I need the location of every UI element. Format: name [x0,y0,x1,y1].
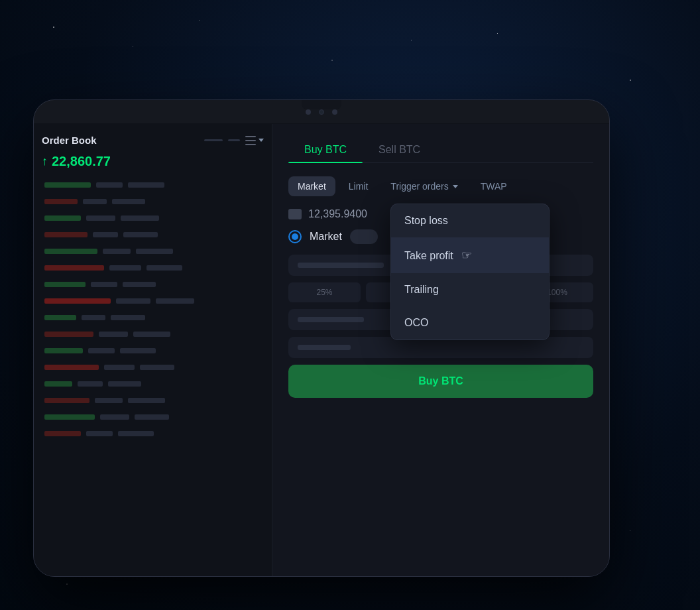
tablet-dot-1 [306,109,311,115]
bid-price [120,348,156,353]
bid-price [123,282,156,287]
tablet-notch [302,100,341,109]
tablet-device: Order Book ↑ 22,860.77 [33,99,610,577]
bid-bar [44,348,83,353]
table-row [42,410,264,424]
tab-limit[interactable]: Limit [339,176,378,196]
cursor-icon: ☞ [461,249,472,262]
bid-bar [44,381,72,387]
bid-bar [44,182,91,188]
table-row [42,245,264,258]
tab-trigger-orders[interactable]: Trigger orders [381,176,467,196]
bid-size [103,249,131,254]
ask-bar [44,232,88,237]
current-price: 22,860.77 [52,154,111,169]
ask-bar-large [44,298,111,304]
ask-size [95,398,123,403]
ask-size [83,199,107,204]
table-row [42,294,264,308]
extra-placeholder-1 [298,317,364,322]
ask-size [99,332,128,337]
toggle-switch[interactable] [350,229,378,244]
pct-btn-25[interactable]: 25% [288,282,361,302]
bid-bar [44,315,76,320]
order-type-tabs: Market Limit Trigger orders TWAP [288,176,593,196]
ask-bar-large [44,265,104,271]
tab-market[interactable]: Market [288,176,335,196]
ob-dropdown[interactable] [245,136,264,145]
tablet-camera [319,109,324,115]
bid-size [82,315,105,320]
bid-size [86,215,115,221]
table-row [42,195,264,208]
ask-price [123,232,158,237]
bid-bar [44,215,81,221]
table-row [42,394,264,407]
table-row [42,278,264,291]
price-arrow-icon: ↑ [42,154,48,168]
trigger-orders-dropdown: Stop loss Take profit ☞ Trailing OCO [390,204,550,340]
amount-placeholder [298,263,384,268]
bid-bar [44,414,95,420]
bid-price [135,414,169,420]
dropdown-item-oco[interactable]: OCO [391,306,549,339]
ask-price [156,298,194,304]
ask-price [128,398,165,403]
trade-tabs: Buy BTC Sell BTC [288,137,593,163]
order-book-panel: Order Book ↑ 22,860.77 [34,124,272,576]
tab-sell-btc[interactable]: Sell BTC [363,137,436,162]
ask-size [109,265,141,271]
bid-size [96,182,123,188]
table-row [42,311,264,324]
ob-line-2 [228,139,240,141]
bid-price [108,381,141,387]
table-row [42,178,264,192]
table-row [42,228,264,241]
bid-price [111,315,145,320]
tab-buy-btc[interactable]: Buy BTC [288,137,363,162]
extra-placeholder-2 [298,345,351,350]
table-row [42,344,264,357]
table-row [42,212,264,225]
ask-price [133,332,170,337]
ask-bar [44,398,89,403]
table-row [42,328,264,341]
dropdown-item-take-profit[interactable]: Take profit ☞ [391,237,549,273]
ask-bar [44,365,99,370]
bid-size [91,282,117,287]
ask-size [93,232,118,237]
wallet-icon [288,209,302,219]
radio-inner-dot [292,233,298,240]
trigger-chevron-icon [453,185,458,188]
order-book-controls [204,136,264,145]
bid-bar [44,282,86,287]
bid-price [128,182,164,188]
order-book-rows [42,178,264,440]
market-radio[interactable] [288,230,302,243]
bid-size [88,348,115,353]
table-row [42,261,264,274]
order-book-title: Order Book [42,135,97,146]
ask-price [146,265,182,271]
ask-size [104,365,135,370]
ob-line-1 [204,139,223,141]
balance-value: 12,395.9400 [308,208,367,220]
ob-chevron-icon [259,139,264,142]
dropdown-item-trailing[interactable]: Trailing [391,273,549,306]
ask-price [140,365,174,370]
buy-btc-button[interactable]: Buy BTC [288,365,593,398]
ask-price [112,199,145,204]
table-row [42,361,264,374]
tablet-dot-2 [332,109,337,115]
ask-price [118,431,154,436]
bid-bar [44,249,97,254]
dropdown-item-stop-loss[interactable]: Stop loss [391,204,549,237]
table-row [42,377,264,391]
table-row [42,427,264,440]
ask-bar [44,199,78,204]
bid-price [121,215,159,221]
ask-size [116,298,150,304]
bid-size [100,414,129,420]
trading-panel: Buy BTC Sell BTC Market Limit Trigger or… [272,124,609,576]
tab-twap[interactable]: TWAP [471,176,516,196]
